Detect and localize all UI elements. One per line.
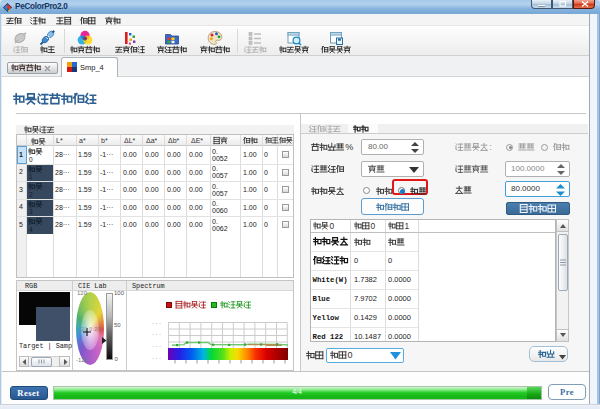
svg-text::: : — [489, 142, 492, 152]
svg-text:%: % — [345, 142, 353, 152]
svg-text:0: 0 — [348, 350, 353, 360]
svg-text:0: 0 — [330, 221, 335, 231]
svg-text:0: 0 — [371, 221, 376, 231]
svg-text:1: 1 — [405, 221, 410, 231]
